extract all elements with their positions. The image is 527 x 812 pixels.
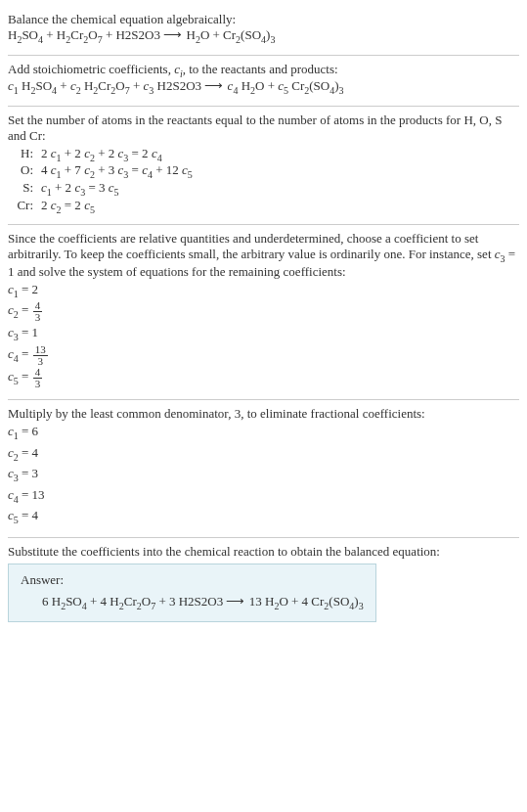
balanced-equation: 6 H2SO4 + 4 H2Cr2O7 + 3 H2S2O3 ⟶ 13 H2O … bbox=[21, 594, 364, 611]
c3-line: c3 = 1 bbox=[8, 323, 519, 344]
c4-line: c4 = 133 bbox=[8, 344, 519, 367]
answer-header: Answer: bbox=[21, 572, 364, 588]
multiply-text: Multiply by the least common denominator… bbox=[8, 406, 519, 422]
atom-eq: 4 c1 + 7 c2 + 3 c3 = c4 + 12 c5 bbox=[37, 162, 197, 180]
atom-eq: 2 c1 + 2 c2 + 2 c3 = 2 c4 bbox=[37, 146, 197, 163]
atom-eq: c1 + 2 c3 = 3 c5 bbox=[37, 180, 197, 198]
section-multiply: Multiply by the least common denominator… bbox=[8, 400, 519, 537]
c1-line: c1 = 2 bbox=[8, 280, 519, 301]
answer-box: Answer: 6 H2SO4 + 4 H2Cr2O7 + 3 H2S2O3 ⟶… bbox=[8, 564, 376, 622]
intro-text: Balance the chemical equation algebraica… bbox=[8, 12, 519, 27]
txt-a: Add stoichiometric coefficients, bbox=[8, 62, 174, 76]
c5-line: c5 = 43 bbox=[8, 367, 519, 389]
section-answer: Substitute the coefficients into the che… bbox=[8, 538, 519, 632]
atoms-table: H: 2 c1 + 2 c2 + 2 c3 = 2 c4 O: 4 c1 + 7… bbox=[8, 146, 197, 214]
solve-text: Since the coefficients are relative quan… bbox=[8, 231, 519, 280]
substitute-text: Substitute the coefficients into the che… bbox=[8, 544, 519, 560]
table-row: O: 4 c1 + 7 c2 + 3 c3 = c4 + 12 c5 bbox=[8, 162, 197, 180]
table-row: S: c1 + 2 c3 = 3 c5 bbox=[8, 180, 197, 198]
section-solve: Since the coefficients are relative quan… bbox=[8, 225, 519, 399]
atom-label: O: bbox=[8, 162, 37, 180]
c2-line: c2 = 43 bbox=[8, 300, 519, 323]
c3-int: c3 = 3 bbox=[8, 464, 519, 485]
c1-int: c1 = 6 bbox=[8, 422, 519, 443]
section-balance-intro: Balance the chemical equation algebraica… bbox=[8, 6, 519, 55]
table-row: Cr: 2 c2 = 2 c5 bbox=[8, 198, 197, 215]
c2-int: c2 = 4 bbox=[8, 443, 519, 465]
table-row: H: 2 c1 + 2 c2 + 2 c3 = 2 c4 bbox=[8, 146, 197, 163]
c4-int: c4 = 13 bbox=[8, 485, 519, 507]
unbalanced-equation: H2SO4 + H2Cr2O7 + H2S2O3 ⟶ H2O + Cr2(SO4… bbox=[8, 27, 519, 45]
atom-label: S: bbox=[8, 180, 37, 198]
add-coeff-text: Add stoichiometric coefficients, ci, to … bbox=[8, 62, 519, 79]
txt-b: , to the reactants and products: bbox=[183, 62, 338, 76]
atom-eq: 2 c2 = 2 c5 bbox=[37, 198, 197, 215]
atoms-text: Set the number of atoms in the reactants… bbox=[8, 113, 519, 144]
c5-int: c5 = 4 bbox=[8, 506, 519, 527]
atom-label: Cr: bbox=[8, 198, 37, 215]
coeff-equation: c1 H2SO4 + c2 H2Cr2O7 + c3 H2S2O3 ⟶ c4 H… bbox=[8, 78, 519, 96]
section-add-coefficients: Add stoichiometric coefficients, ci, to … bbox=[8, 56, 519, 106]
atom-label: H: bbox=[8, 146, 37, 163]
section-atom-equations: Set the number of atoms in the reactants… bbox=[8, 107, 519, 224]
